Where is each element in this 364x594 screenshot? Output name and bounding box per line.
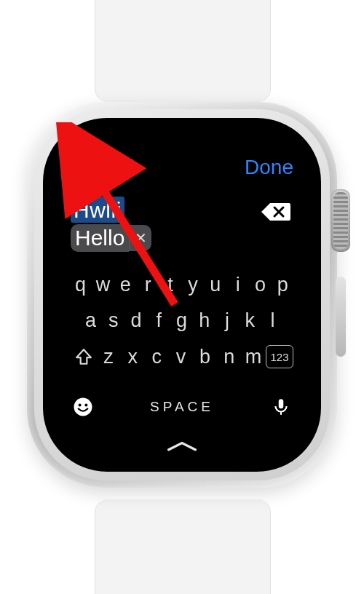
- svg-point-2: [84, 404, 87, 407]
- top-bar: Cancel Done: [71, 156, 293, 179]
- key-d[interactable]: d: [127, 309, 147, 332]
- cancel-button[interactable]: Cancel: [71, 156, 134, 179]
- key-s[interactable]: s: [103, 309, 124, 332]
- typed-text: Hwlli: [71, 197, 124, 223]
- key-y[interactable]: y: [183, 274, 203, 296]
- watch-case: Cancel Done Hwlli Hello ✕: [27, 102, 337, 488]
- key-n[interactable]: n: [219, 346, 240, 368]
- microphone-icon[interactable]: [269, 395, 293, 419]
- watch-bezel: Cancel Done Hwlli Hello ✕: [43, 118, 321, 472]
- svg-point-1: [79, 404, 82, 407]
- key-f[interactable]: f: [149, 309, 170, 332]
- keyboard-row-3: zxcvbnm 123: [71, 345, 293, 368]
- shift-icon[interactable]: [71, 346, 97, 368]
- key-p[interactable]: p: [273, 274, 293, 296]
- key-g[interactable]: g: [172, 309, 192, 332]
- key-m[interactable]: m: [243, 346, 264, 368]
- side-button[interactable]: [336, 277, 346, 357]
- key-i[interactable]: i: [228, 274, 248, 296]
- key-k[interactable]: k: [240, 309, 261, 332]
- key-u[interactable]: u: [205, 274, 226, 296]
- key-x[interactable]: x: [123, 346, 143, 368]
- key-a[interactable]: a: [81, 309, 101, 332]
- keyboard-bottom-row: SPACE: [71, 395, 293, 419]
- key-b[interactable]: b: [195, 346, 215, 368]
- key-r[interactable]: r: [138, 274, 159, 296]
- backspace-icon[interactable]: [260, 201, 290, 223]
- keyboard: qwertyuiop asdfghjkl zxcvbnm 123: [71, 274, 293, 456]
- chevron-up-icon[interactable]: [71, 437, 293, 456]
- digital-crown[interactable]: [331, 189, 350, 252]
- watch-band-top: [95, 0, 271, 102]
- key-t[interactable]: t: [161, 274, 181, 296]
- watch-screen: Cancel Done Hwlli Hello ✕: [50, 125, 314, 464]
- key-o[interactable]: o: [250, 274, 271, 296]
- svg-rect-3: [279, 399, 284, 408]
- keyboard-row-1: qwertyuiop: [71, 274, 293, 296]
- key-l[interactable]: l: [263, 309, 283, 332]
- key-c[interactable]: c: [147, 346, 167, 368]
- done-button[interactable]: Done: [245, 156, 293, 179]
- key-z[interactable]: z: [99, 346, 119, 368]
- suggestion-row: Hello ✕: [71, 224, 293, 252]
- key-h[interactable]: h: [194, 309, 215, 332]
- key-w[interactable]: w: [93, 274, 114, 296]
- suggestion-button[interactable]: Hello: [71, 224, 129, 252]
- key-q[interactable]: q: [71, 274, 91, 296]
- key-e[interactable]: e: [116, 274, 136, 296]
- emoji-icon[interactable]: [71, 395, 95, 419]
- space-key[interactable]: SPACE: [95, 399, 269, 415]
- keyboard-row-2: asdfghjkl: [71, 309, 293, 332]
- key-j[interactable]: j: [218, 309, 238, 332]
- dismiss-suggestion-button[interactable]: ✕: [129, 225, 151, 251]
- text-input-area[interactable]: Hwlli Hello ✕: [71, 197, 293, 252]
- numbers-key[interactable]: 123: [266, 345, 293, 368]
- svg-point-0: [74, 398, 92, 416]
- watch-band-bottom: [95, 499, 271, 594]
- key-v[interactable]: v: [171, 346, 191, 368]
